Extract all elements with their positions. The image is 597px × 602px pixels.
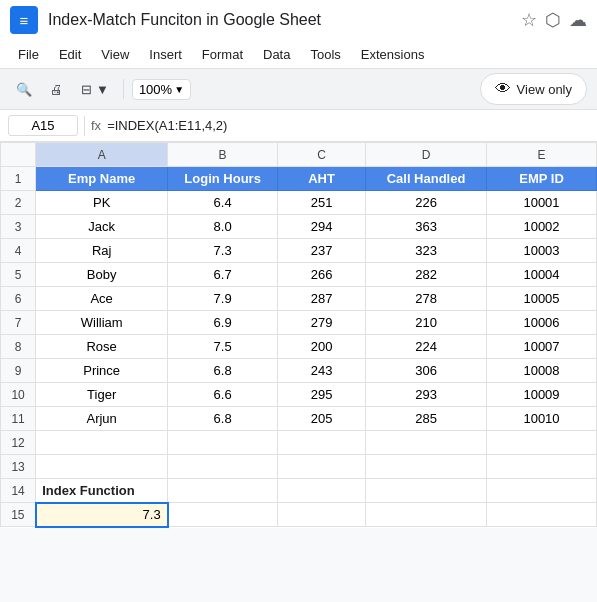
print-button[interactable]: 🖨 xyxy=(44,78,69,101)
cell-aht[interactable]: 251 xyxy=(278,191,366,215)
cell-callhandled[interactable]: 278 xyxy=(366,287,487,311)
cell-empid[interactable]: 10010 xyxy=(487,407,597,431)
menu-data[interactable]: Data xyxy=(255,45,298,64)
cell-callhandled[interactable]: 285 xyxy=(366,407,487,431)
cell-callhandled[interactable]: 323 xyxy=(366,239,487,263)
cell-callhandled[interactable]: 226 xyxy=(366,191,487,215)
cell-empid[interactable]: 10006 xyxy=(487,311,597,335)
cell-empid[interactable]: 10004 xyxy=(487,263,597,287)
print-icon: 🖨 xyxy=(50,82,63,97)
cell-aht[interactable]: 243 xyxy=(278,359,366,383)
view-only-button[interactable]: 👁 View only xyxy=(480,73,587,105)
cell-empid[interactable]: 10008 xyxy=(487,359,597,383)
empty-cell[interactable] xyxy=(278,503,366,527)
row-num: 3 xyxy=(1,215,36,239)
empty-cell[interactable] xyxy=(36,431,168,455)
menu-edit[interactable]: Edit xyxy=(51,45,89,64)
empty-cell[interactable] xyxy=(168,479,278,503)
cell-empname[interactable]: Tiger xyxy=(36,383,168,407)
empty-cell[interactable] xyxy=(168,455,278,479)
empty-cell[interactable] xyxy=(366,431,487,455)
result-cell[interactable]: 7.3 xyxy=(36,503,168,527)
row-num: 11 xyxy=(1,407,36,431)
cell-empname[interactable]: Rose xyxy=(36,335,168,359)
cell-callhandled[interactable]: 363 xyxy=(366,215,487,239)
empty-cell[interactable] xyxy=(168,503,278,527)
cell-aht[interactable]: 294 xyxy=(278,215,366,239)
cell-loginhours[interactable]: 6.6 xyxy=(168,383,278,407)
header-loginhours[interactable]: Login Hours xyxy=(168,167,278,191)
cell-empid[interactable]: 10005 xyxy=(487,287,597,311)
cell-empid[interactable]: 10003 xyxy=(487,239,597,263)
cell-aht[interactable]: 200 xyxy=(278,335,366,359)
cell-empname[interactable]: PK xyxy=(36,191,168,215)
header-empname[interactable]: Emp Name xyxy=(36,167,168,191)
format-button[interactable]: ⊟ ▼ xyxy=(75,78,115,101)
cell-empname[interactable]: Jack xyxy=(36,215,168,239)
empty-cell[interactable] xyxy=(278,479,366,503)
empty-cell[interactable] xyxy=(366,479,487,503)
cell-callhandled[interactable]: 210 xyxy=(366,311,487,335)
header-empid[interactable]: EMP ID xyxy=(487,167,597,191)
cell-loginhours[interactable]: 6.9 xyxy=(168,311,278,335)
cell-loginhours[interactable]: 7.9 xyxy=(168,287,278,311)
cell-empname[interactable]: William xyxy=(36,311,168,335)
cell-loginhours[interactable]: 7.5 xyxy=(168,335,278,359)
cell-loginhours[interactable]: 6.4 xyxy=(168,191,278,215)
cell-aht[interactable]: 287 xyxy=(278,287,366,311)
cell-empname[interactable]: Arjun xyxy=(36,407,168,431)
col-header-b[interactable]: B xyxy=(168,143,278,167)
header-callhandled[interactable]: Call Handled xyxy=(366,167,487,191)
row-num: 12 xyxy=(1,431,36,455)
zoom-group[interactable]: 100% ▼ xyxy=(132,79,191,100)
cell-aht[interactable]: 266 xyxy=(278,263,366,287)
cell-aht[interactable]: 205 xyxy=(278,407,366,431)
cell-callhandled[interactable]: 293 xyxy=(366,383,487,407)
cell-loginhours[interactable]: 7.3 xyxy=(168,239,278,263)
menu-format[interactable]: Format xyxy=(194,45,251,64)
cell-aht[interactable]: 237 xyxy=(278,239,366,263)
col-header-c[interactable]: C xyxy=(278,143,366,167)
cell-empname[interactable]: Raj xyxy=(36,239,168,263)
menu-insert[interactable]: Insert xyxy=(141,45,190,64)
empty-cell[interactable] xyxy=(366,503,487,527)
cell-empid[interactable]: 10002 xyxy=(487,215,597,239)
star-icon[interactable]: ☆ xyxy=(521,9,537,31)
cell-callhandled[interactable]: 282 xyxy=(366,263,487,287)
empty-cell[interactable] xyxy=(366,455,487,479)
header-aht[interactable]: AHT xyxy=(278,167,366,191)
empty-cell[interactable] xyxy=(278,431,366,455)
index-function-label[interactable]: Index Function xyxy=(36,479,168,503)
cell-callhandled[interactable]: 306 xyxy=(366,359,487,383)
menu-tools[interactable]: Tools xyxy=(302,45,348,64)
search-button[interactable]: 🔍 xyxy=(10,78,38,101)
table-row: 8 Rose 7.5 200 224 10007 xyxy=(1,335,597,359)
col-header-a[interactable]: A xyxy=(36,143,168,167)
col-header-d[interactable]: D xyxy=(366,143,487,167)
cell-loginhours[interactable]: 8.0 xyxy=(168,215,278,239)
cell-aht[interactable]: 279 xyxy=(278,311,366,335)
cell-empname[interactable]: Ace xyxy=(36,287,168,311)
menu-extensions[interactable]: Extensions xyxy=(353,45,433,64)
empty-cell[interactable] xyxy=(487,479,597,503)
cell-loginhours[interactable]: 6.8 xyxy=(168,359,278,383)
menu-file[interactable]: File xyxy=(10,45,47,64)
cell-reference-input[interactable] xyxy=(8,115,78,136)
cell-loginhours[interactable]: 6.7 xyxy=(168,263,278,287)
empty-cell[interactable] xyxy=(168,431,278,455)
menu-view[interactable]: View xyxy=(93,45,137,64)
empty-cell[interactable] xyxy=(487,431,597,455)
cell-loginhours[interactable]: 6.8 xyxy=(168,407,278,431)
cell-empid[interactable]: 10001 xyxy=(487,191,597,215)
cell-empname[interactable]: Boby xyxy=(36,263,168,287)
cell-aht[interactable]: 295 xyxy=(278,383,366,407)
cell-empname[interactable]: Prince xyxy=(36,359,168,383)
cell-empid[interactable]: 10007 xyxy=(487,335,597,359)
empty-cell[interactable] xyxy=(487,503,597,527)
empty-cell[interactable] xyxy=(487,455,597,479)
empty-cell[interactable] xyxy=(278,455,366,479)
cell-empid[interactable]: 10009 xyxy=(487,383,597,407)
col-header-e[interactable]: E xyxy=(487,143,597,167)
cell-callhandled[interactable]: 224 xyxy=(366,335,487,359)
empty-cell[interactable] xyxy=(36,455,168,479)
